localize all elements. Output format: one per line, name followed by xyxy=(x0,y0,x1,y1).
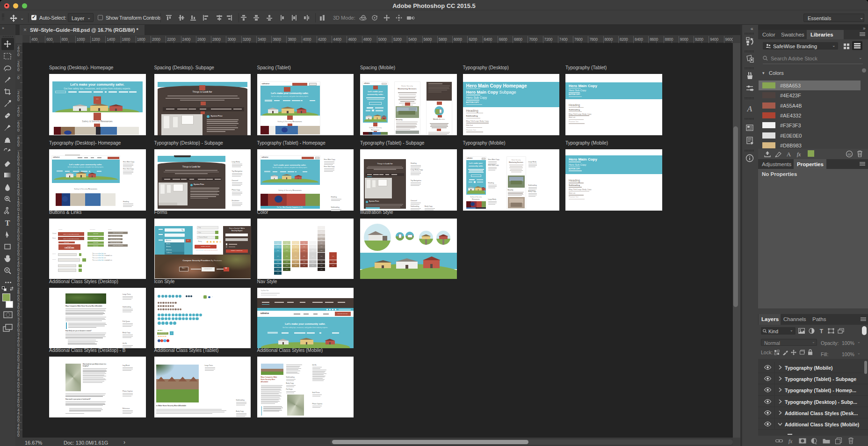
svg-text:cc: cc xyxy=(848,153,852,156)
svg-text:A: A xyxy=(787,151,791,157)
svg-text:T: T xyxy=(5,219,10,227)
svg-text:fx: fx xyxy=(788,438,793,445)
svg-text:T: T xyxy=(820,328,824,334)
svg-text:A: A xyxy=(747,104,752,113)
svg-text:fx: fx xyxy=(797,151,801,158)
